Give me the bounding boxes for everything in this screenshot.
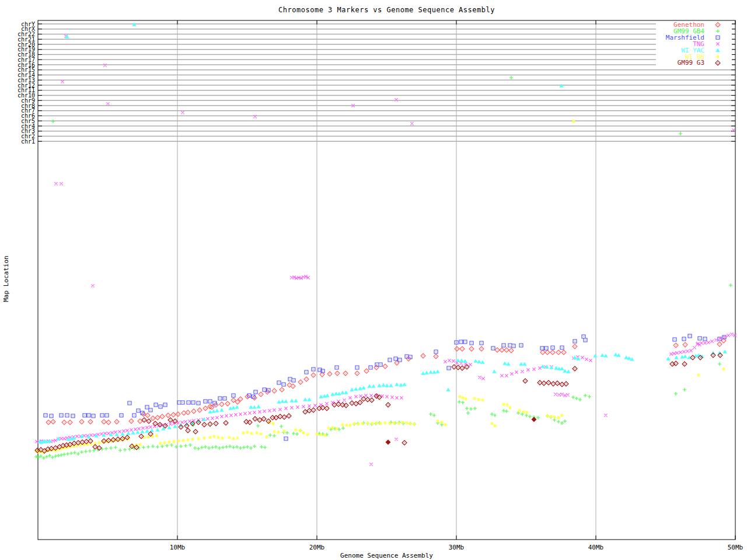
row-ticks	[38, 24, 735, 141]
chromosome-label: chr1	[21, 138, 35, 145]
series-gm99-gb4-points	[34, 76, 732, 460]
x-tick-label: 50Mb	[728, 544, 743, 551]
series-genethon-points	[46, 338, 726, 425]
plot-frame	[38, 20, 735, 540]
series-gm99-g3-points	[35, 353, 722, 453]
chart-page: Chromosome 3 Markers vs Genome Sequence …	[0, 0, 747, 560]
x-tick-label: 20Mb	[309, 544, 325, 551]
x-axis-label: Genome Sequence Assembly	[38, 552, 735, 559]
x-tick-label: 40Mb	[588, 544, 604, 551]
chromosome-row-lines	[38, 24, 735, 141]
series-gm99-g3-solid-points	[386, 417, 537, 445]
series-wi-yac-points	[37, 23, 727, 444]
vertical-gridlines	[177, 20, 596, 540]
x-tick-label: 30Mb	[449, 544, 465, 551]
legend-marker-icon	[716, 55, 720, 58]
x-tick-label: 10Mb	[170, 544, 186, 551]
series-wi-rh-points	[34, 120, 725, 454]
chromosome-labels: chrYchrXchr22chr21chr20chr19chr18chr17ch…	[18, 21, 35, 145]
series-tng-points	[35, 34, 736, 466]
legend-label: GM99 G3	[678, 59, 704, 66]
chart-canvas: chrYchrXchr22chr21chr20chr19chr18chr17ch…	[0, 0, 747, 560]
